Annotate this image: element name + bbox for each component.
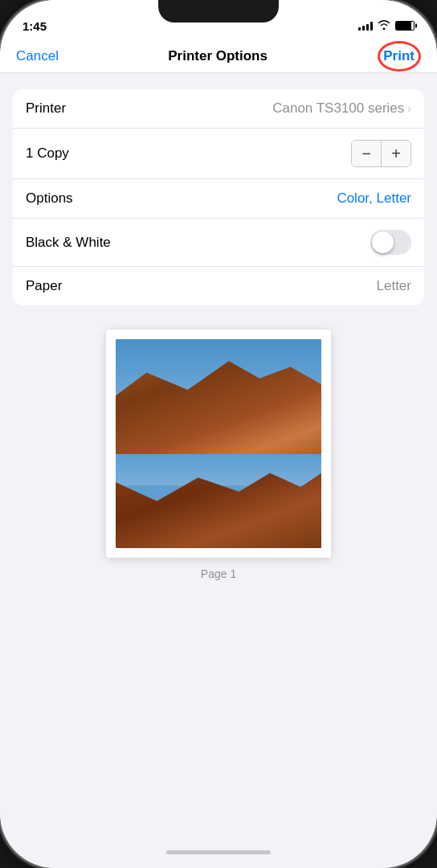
preview-image: [116, 339, 321, 548]
toggle-thumb: [372, 231, 394, 253]
options-value: Color, Letter: [337, 190, 411, 207]
paper-row[interactable]: Paper Letter: [13, 267, 424, 305]
battery-icon: [395, 21, 415, 31]
black-white-label: Black & White: [26, 235, 111, 251]
printer-value: Canon TS3100 series ›: [272, 100, 411, 117]
battery-fill: [396, 22, 411, 30]
copy-row: 1 Copy − +: [13, 129, 424, 179]
printer-label: Printer: [26, 100, 66, 117]
home-bar: [166, 850, 271, 854]
chevron-right-icon: ›: [407, 102, 411, 115]
paper-value: Letter: [377, 278, 411, 294]
status-time: 1:45: [22, 19, 47, 33]
printer-name: Canon TS3100 series: [272, 100, 404, 117]
options-card: Printer Canon TS3100 series › 1 Copy − +: [13, 89, 424, 305]
notch: [158, 0, 279, 23]
decrement-button[interactable]: −: [352, 141, 381, 166]
page-number-label: Page 1: [201, 567, 236, 580]
options-label: Options: [26, 190, 73, 207]
sky-middle: [116, 454, 321, 485]
wifi-icon: [378, 19, 390, 32]
status-icons: [358, 19, 415, 32]
black-white-toggle[interactable]: [370, 230, 411, 255]
print-button-wrapper: Print: [377, 48, 421, 64]
paper-label: Paper: [26, 278, 62, 294]
printer-row[interactable]: Printer Canon TS3100 series ›: [13, 89, 424, 129]
content-area: Printer Canon TS3100 series › 1 Copy − +: [0, 73, 437, 836]
black-white-row: Black & White: [13, 219, 424, 267]
home-indicator: [0, 836, 437, 868]
cancel-button[interactable]: Cancel: [16, 48, 59, 64]
copy-label: 1 Copy: [26, 145, 69, 162]
copy-stepper: − +: [351, 140, 411, 167]
print-highlight-circle: [378, 41, 421, 72]
preview-page: [106, 330, 331, 558]
signal-icon: [358, 21, 373, 31]
increment-button[interactable]: +: [382, 141, 410, 166]
options-row[interactable]: Options Color, Letter: [13, 179, 424, 219]
page-title: Printer Options: [168, 48, 268, 64]
preview-area: Page 1: [0, 321, 437, 604]
nav-bar: Cancel Printer Options Print: [0, 40, 437, 73]
phone-frame: 1:45: [0, 0, 437, 868]
phone-inner: 1:45: [0, 0, 437, 868]
